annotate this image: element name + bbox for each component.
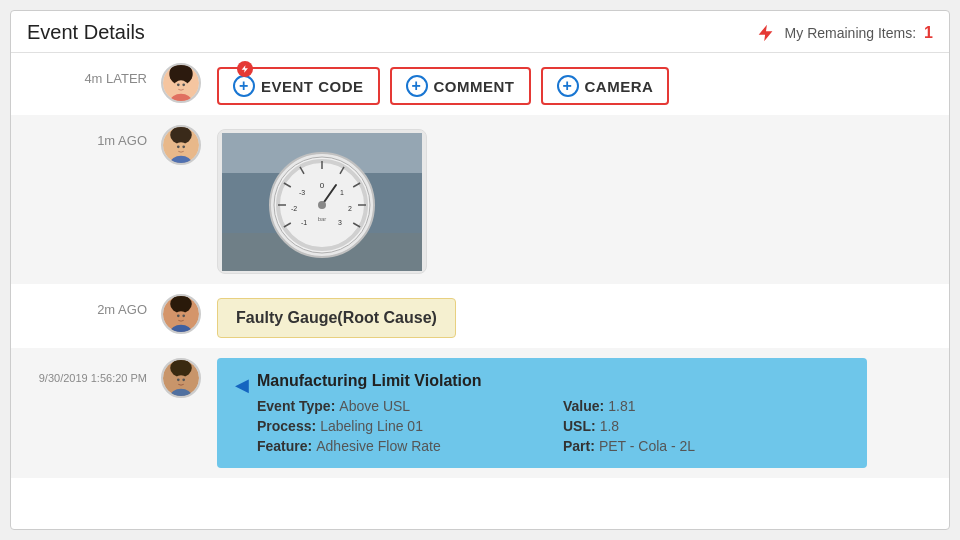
svg-text:0: 0 [320,181,325,190]
avatar-col-2 [157,125,205,165]
event-code-button[interactable]: + EVENT CODE [217,67,380,105]
svg-point-9 [177,145,180,148]
comment-label: COMMENT [434,78,515,95]
feature-value: Adhesive Flow Rate [316,438,441,454]
avatar-face-1 [163,63,199,103]
timeline: 4m LATER [11,53,949,518]
svg-text:-1: -1 [301,219,307,226]
time-label-2: 1m AGO [27,125,157,148]
svg-point-42 [182,314,185,317]
event-type-value: Above USL [339,398,410,414]
process-label: Process: [257,418,316,434]
event-code-label: EVENT CODE [261,78,364,95]
action-buttons: + EVENT CODE + COMMENT + CAMERA [217,63,933,105]
svg-point-3 [177,83,180,86]
part-label: Part: [563,438,595,454]
camera-plus-icon: + [557,75,579,97]
avatar-2 [161,125,201,165]
svg-point-39 [170,295,192,313]
svg-text:-2: -2 [291,205,297,212]
action-buttons-container: + EVENT CODE + COMMENT + CAMERA [205,63,933,105]
faulty-label-container: Faulty Gauge(Root Cause) [205,294,933,338]
arrow-icon: ◀ [235,374,249,396]
avatar-4 [161,358,201,398]
header-right: My Remaining Items: 1 [755,22,933,44]
avatar-face-3 [163,294,199,334]
camera-label: CAMERA [585,78,654,95]
avatar-face-4 [163,358,199,398]
timeline-row-1: 4m LATER [11,53,949,115]
event-code-plus-icon: + [233,75,255,97]
svg-point-47 [177,378,180,381]
camera-button[interactable]: + CAMERA [541,67,670,105]
event-code-badge [237,61,253,77]
part-value: PET - Cola - 2L [599,438,695,454]
comment-plus-icon: + [406,75,428,97]
svg-point-10 [182,145,185,148]
avatar-1 [161,63,201,103]
svg-point-48 [182,378,185,381]
gauge-image: 0 1 2 3 -1 -2 -3 bar [217,129,427,274]
svg-point-40 [174,311,188,324]
event-type-label: Event Type: [257,398,335,414]
event-card-container: ◀ Manufacturing Limit Violation Event Ty… [205,358,933,468]
svg-point-2 [174,80,188,93]
page-header: Event Details My Remaining Items: 1 [11,11,949,53]
svg-point-46 [174,375,188,388]
avatar-col-1 [157,63,205,103]
gauge-container: 0 1 2 3 -1 -2 -3 bar [205,125,933,274]
value-row: Value: 1.81 [563,398,849,414]
event-card-content: ◀ Manufacturing Limit Violation Event Ty… [235,372,849,454]
time-label-4: 9/30/2019 1:56:20 PM [27,358,157,384]
svg-point-41 [177,314,180,317]
process-row: Process: Labeling Line 01 [257,418,543,434]
main-container: Event Details My Remaining Items: 1 4m L… [10,10,950,530]
event-type-row: Event Type: Above USL [257,398,543,414]
avatar-3 [161,294,201,334]
avatar-col-3 [157,294,205,334]
svg-text:bar: bar [318,216,327,222]
value-label: Value: [563,398,604,414]
svg-text:3: 3 [338,219,342,226]
svg-text:-3: -3 [299,189,305,196]
feature-label: Feature: [257,438,312,454]
part-row: Part: PET - Cola - 2L [563,438,849,454]
remaining-count: 1 [924,24,933,42]
avatar-col-4 [157,358,205,398]
usl-value: 1.8 [600,418,619,434]
svg-point-7 [170,126,192,144]
page-title: Event Details [27,21,145,44]
svg-point-36 [318,201,326,209]
svg-point-4 [182,83,185,86]
usl-label: USL: [563,418,596,434]
comment-button[interactable]: + COMMENT [390,67,531,105]
svg-text:1: 1 [340,189,344,196]
process-value: Labeling Line 01 [320,418,423,434]
event-card: ◀ Manufacturing Limit Violation Event Ty… [217,358,867,468]
avatar-face-2 [163,125,199,165]
svg-point-45 [170,359,192,377]
value-value: 1.81 [608,398,635,414]
usl-row: USL: 1.8 [563,418,849,434]
feature-row: Feature: Adhesive Flow Rate [257,438,543,454]
svg-point-8 [174,142,188,155]
lightning-icon [755,22,777,44]
time-label-3: 2m AGO [27,294,157,317]
time-label-1: 4m LATER [27,63,157,86]
timeline-row-4: 9/30/2019 1:56:20 PM [11,348,949,478]
remaining-label: My Remaining Items: [785,25,916,41]
event-details-grid: Event Type: Above USL Value: 1.81 Proces… [257,398,849,454]
svg-text:2: 2 [348,205,352,212]
timeline-row-3: 2m AGO Faulty Gauge(Root Cause) [11,284,949,348]
gauge-svg: 0 1 2 3 -1 -2 -3 bar [222,133,422,271]
faulty-label: Faulty Gauge(Root Cause) [217,298,456,338]
timeline-row-2: 1m AGO [11,115,949,284]
event-card-title: Manufacturing Limit Violation [257,372,849,390]
